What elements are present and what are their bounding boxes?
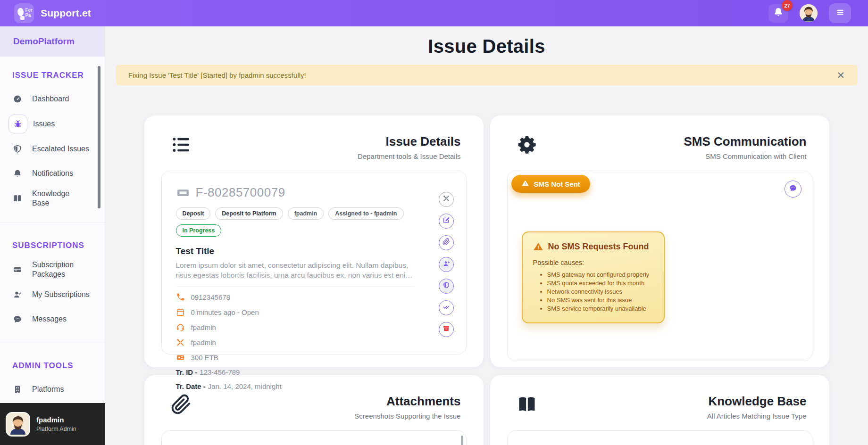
- main-content: Issue Details Fixing Issue 'Test Title' …: [105, 26, 868, 445]
- notifications-button[interactable]: 27: [768, 4, 788, 23]
- book-icon: [517, 394, 537, 415]
- info-value: 300 ETB: [191, 354, 218, 362]
- cause-item: SMS quota exceeded for this month: [547, 280, 653, 287]
- attachments-button[interactable]: [439, 235, 454, 250]
- sidebar-item-subscription-packages[interactable]: Subscription Packages: [0, 257, 105, 282]
- transaction-date-value: Jan. 14, 2024, midnight: [208, 382, 282, 390]
- badge-issue-type: Deposit: [176, 207, 211, 220]
- app-title: Support.et: [41, 8, 91, 19]
- sidebar-item-notifications[interactable]: Notifications: [0, 161, 105, 186]
- info-row-created: 0 minutes ago - Open: [176, 308, 414, 317]
- sidebar-section-subscriptions: SUBSCRIPTIONS Subscription Packages My S…: [0, 222, 105, 336]
- no-sms-warning-box: No SMS Requests Found Possible causes: S…: [522, 231, 665, 323]
- issue-action-buttons: [439, 192, 454, 337]
- bug-icon: [8, 115, 27, 133]
- book-icon: [8, 190, 26, 207]
- card-subtitle: All Articles Matching Issue Type: [707, 412, 807, 420]
- sidebar: DemoPlatform ISSUE TRACKER Dashboard Iss…: [0, 26, 105, 445]
- list-icon: [171, 134, 192, 155]
- card-header-text: Issue Details Department tools & Issue D…: [358, 134, 460, 160]
- knowledge-base-card: Knowledge Base All Articles Matching Iss…: [490, 375, 829, 445]
- tools-icon: [442, 195, 450, 204]
- user-name: fpadmin: [36, 416, 76, 424]
- sidebar-item-label: Escalated Issues: [32, 144, 89, 154]
- phone-icon: [176, 293, 185, 302]
- issue-description-wrap: Lorem ipsum dolor sit amet, consectetur …: [176, 260, 414, 287]
- card-subtitle: Screenshots Supporting the Issue: [354, 412, 460, 420]
- warning-heading: No SMS Requests Found: [533, 241, 653, 252]
- issue-panel: F-80285700079 Deposit Deposit to Platfor…: [161, 171, 467, 354]
- panel-scrollbar-thumb[interactable]: [461, 436, 463, 445]
- ticket-icon: [176, 186, 190, 200]
- cause-item: SMS gateway not configured properly: [547, 271, 653, 278]
- notification-count-badge: 27: [782, 0, 793, 11]
- sidebar-item-label: Issues: [33, 119, 55, 129]
- success-alert-banner: Fixing Issue 'Test Title' [Started] by f…: [116, 65, 857, 85]
- info-value: fpadmin: [191, 323, 216, 331]
- platform-selector[interactable]: DemoPlatform: [0, 26, 105, 57]
- info-value: fpadmin: [191, 338, 216, 346]
- fix-issue-button[interactable]: [439, 192, 454, 207]
- logo-leaf-shape: [17, 7, 25, 16]
- knowledge-base-panel: [507, 430, 812, 445]
- escalate-issue-button[interactable]: [439, 279, 454, 294]
- cards-grid: Issue Details Department tools & Issue D…: [144, 115, 829, 445]
- card-header: Attachments Screenshots Supporting the I…: [171, 394, 461, 420]
- archive-issue-button[interactable]: [439, 322, 454, 337]
- issue-title: Test Title: [176, 246, 414, 256]
- brand-logo[interactable]: Fer Pa: [14, 3, 34, 23]
- sidebar-item-issues[interactable]: Issues: [0, 111, 105, 137]
- headset-icon: [176, 323, 185, 332]
- sidebar-scrollbar-thumb[interactable]: [98, 66, 100, 208]
- card-header-text: Knowledge Base All Articles Matching Iss…: [707, 394, 807, 420]
- ticket-id: F-80285700079: [196, 185, 285, 200]
- sidebar-item-messages[interactable]: Messages: [0, 307, 105, 331]
- header-actions: 27: [768, 3, 851, 23]
- section-heading: ISSUE TRACKER: [12, 71, 105, 80]
- sidebar-item-platforms[interactable]: Platforms: [0, 377, 105, 402]
- sidebar-section-issue-tracker: ISSUE TRACKER Dashboard Issues Escalated…: [0, 57, 105, 216]
- cause-item: SMS service temporarily unavailable: [547, 305, 653, 312]
- card-header: Knowledge Base All Articles Matching Iss…: [517, 394, 807, 420]
- alert-message: Fixing Issue 'Test Title' [Started] by f…: [128, 71, 306, 79]
- edit-issue-button[interactable]: [439, 214, 454, 229]
- sms-bubble-icon: [789, 184, 797, 194]
- assign-user-button[interactable]: [439, 257, 454, 272]
- transaction-id-label: Tr. ID -: [176, 368, 198, 376]
- badge-issue-category: Deposit to Platform: [215, 207, 283, 220]
- header-avatar[interactable]: [800, 4, 818, 22]
- sidebar-item-label: Messages: [32, 314, 67, 324]
- badge-assignee: Assigned to - fpadmin: [328, 207, 403, 220]
- status-badge: In Progress: [176, 224, 222, 237]
- card-header: Issue Details Department tools & Issue D…: [171, 134, 461, 160]
- sidebar-item-dashboard[interactable]: Dashboard: [0, 87, 105, 111]
- resolve-issue-button[interactable]: [439, 300, 454, 315]
- info-row-agent: fpadmin: [176, 323, 414, 332]
- card-header: SMS Communication SMS Communication with…: [517, 134, 807, 160]
- sidebar-item-escalated-issues[interactable]: Escalated Issues: [0, 137, 105, 161]
- close-icon[interactable]: ✕: [836, 70, 845, 80]
- page-title: Issue Details: [105, 36, 868, 57]
- cause-item: Network connectivity issues: [547, 288, 653, 295]
- top-navbar: Fer Pa Support.et 27: [0, 0, 868, 26]
- sms-bubble-icon: [8, 310, 26, 328]
- hamburger-icon: [835, 7, 845, 19]
- sidebar-item-my-subscriptions[interactable]: My Subscriptions: [0, 282, 105, 307]
- user-avatar: [6, 412, 30, 437]
- cause-item: No SMS was sent for this issue: [547, 297, 653, 304]
- user-plus-icon: [442, 260, 450, 269]
- section-heading: SUBSCRIPTIONS: [12, 241, 105, 250]
- hamburger-menu-button[interactable]: [829, 3, 851, 23]
- logo-chip-shape: [20, 16, 25, 20]
- info-row-fixer: fpadmin: [176, 338, 414, 347]
- sidebar-user-card[interactable]: fpadmin Platform Admin: [0, 403, 105, 445]
- sidebar-item-knowledge-base[interactable]: Knowledge Base: [0, 186, 105, 211]
- user-check-icon: [8, 286, 26, 304]
- send-sms-button[interactable]: [785, 181, 801, 198]
- card-title: SMS Communication: [684, 134, 806, 149]
- sms-status-button[interactable]: SMS Not Sent: [511, 175, 590, 193]
- banknote-icon: [176, 353, 185, 362]
- bell-icon: [8, 165, 26, 182]
- gauge-icon: [8, 90, 26, 108]
- transaction-date-label: Tr. Date -: [176, 382, 206, 390]
